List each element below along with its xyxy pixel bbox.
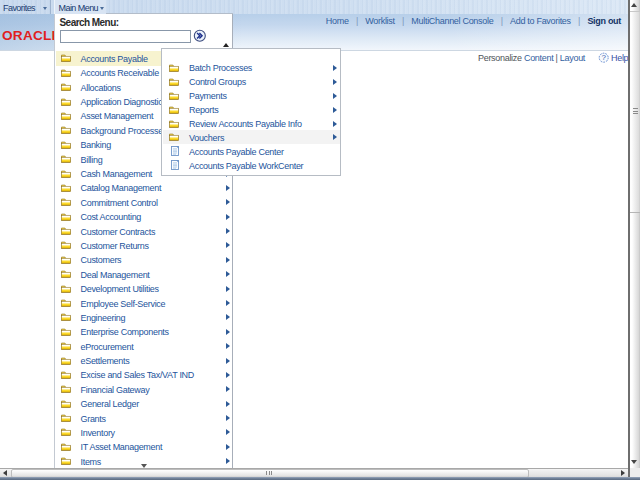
svg-text:?: ? [601, 53, 606, 62]
